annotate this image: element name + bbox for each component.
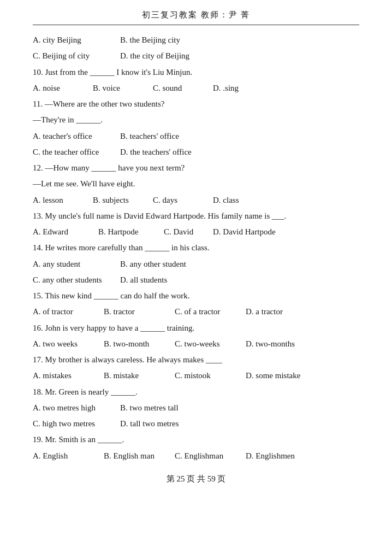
option-item: D. tall two metres [120, 416, 207, 431]
option-item: B. two metres tall [120, 401, 207, 415]
option-item: C. mistook [175, 368, 246, 383]
options-row: A. noiseB. voiceC. soundD. .sing [33, 81, 359, 95]
option-item: A. English [33, 449, 104, 463]
option-item: A. of tractor [33, 304, 104, 319]
options-row: A. EdwardB. HartpodeC. DavidD. David Har… [33, 225, 359, 239]
footer-text: 第 25 页 共 59 页 [167, 474, 226, 483]
content-line: 18. Mr. Green is nearly ______. [33, 385, 359, 399]
option-item: B. teachers' office [120, 129, 207, 143]
page: 初三复习教案 教师：尹 菁 A. city BeijingB. the Beij… [0, 0, 392, 558]
option-item: B. Hartpode [98, 225, 164, 239]
option-item: D. some mistake [246, 368, 317, 383]
option-item: D. class [213, 193, 273, 207]
header: 初三复习教案 教师：尹 菁 [33, 10, 359, 25]
option-item: A. any student [33, 257, 120, 271]
option-item: B. the Beijing city [120, 33, 207, 47]
content-line: —Let me see. We'll have eight. [33, 177, 359, 191]
option-item: D. a tractor [246, 304, 317, 319]
option-item: C. Englishman [175, 449, 246, 463]
option-item: A. mistakes [33, 368, 104, 383]
option-item: C. high two metres [33, 416, 120, 431]
content-line: —They're in ______. [33, 113, 359, 127]
options-row: C. the teacher officeD. the teachers' of… [33, 145, 359, 159]
option-item: C. two-weeks [175, 337, 246, 351]
options-row: A. EnglishB. English manC. EnglishmanD. … [33, 449, 359, 463]
option-item: C. days [153, 193, 213, 207]
content-line: 11. —Where are the other two students? [33, 97, 359, 111]
option-item: C. the teacher office [33, 145, 120, 159]
option-item: B. mistake [104, 368, 175, 383]
content-line: 16. John is very happy to have a ______ … [33, 321, 359, 335]
option-item: D. the teachers' office [120, 145, 207, 159]
option-item: D. two-months [246, 337, 317, 351]
option-item: D. all students [120, 273, 207, 287]
options-row: A. any studentB. any other student [33, 257, 359, 271]
option-item: B. tractor [104, 304, 175, 319]
header-text: 初三复习教案 教师：尹 菁 [142, 10, 251, 19]
option-item: C. David [164, 225, 213, 239]
content-line: 15. This new kind ______ can do half the… [33, 289, 359, 303]
option-item: C. any other students [33, 273, 120, 287]
option-item: A. noise [33, 81, 93, 95]
option-item: A. lesson [33, 193, 93, 207]
option-item: A. city Beijing [33, 33, 120, 47]
options-row: C. Beijing of cityD. the city of Beijing [33, 49, 359, 63]
option-item: C. sound [153, 81, 213, 95]
content-line: 10. Just from the ______ I know it's Liu… [33, 65, 359, 79]
option-item: D. David Hartpode [213, 225, 300, 239]
options-row: A. city BeijingB. the Beijing city [33, 33, 359, 47]
option-item: A. Edward [33, 225, 98, 239]
option-item: C. Beijing of city [33, 49, 120, 63]
content-line: 13. My uncle's full name is David Edward… [33, 209, 359, 223]
content-line: 12. —How many ______ have you next term? [33, 161, 359, 175]
options-row: A. lessonB. subjectsC. daysD. class [33, 193, 359, 207]
options-row: A. mistakesB. mistakeC. mistookD. some m… [33, 368, 359, 383]
option-item: A. teacher's office [33, 129, 120, 143]
option-item: B. two-month [104, 337, 175, 351]
option-item: A. two metres high [33, 401, 120, 415]
option-item: D. the city of Beijing [120, 49, 207, 63]
option-item: A. two weeks [33, 337, 104, 351]
options-row: A. two weeksB. two-monthC. two-weeksD. t… [33, 337, 359, 351]
content: A. city BeijingB. the Beijing cityC. Bei… [33, 33, 359, 463]
content-line: 19. Mr. Smith is an ______. [33, 432, 359, 447]
option-item: B. any other student [120, 257, 207, 271]
options-row: A. of tractorB. tractorC. of a tractorD.… [33, 304, 359, 319]
option-item: B. subjects [93, 193, 153, 207]
options-row: A. teacher's officeB. teachers' office [33, 129, 359, 143]
options-row: C. any other studentsD. all students [33, 273, 359, 287]
option-item: D. Englishmen [246, 449, 317, 463]
footer: 第 25 页 共 59 页 [33, 474, 359, 484]
content-line: 14. He writes more carefully than ______… [33, 240, 359, 255]
options-row: C. high two metresD. tall two metres [33, 416, 359, 431]
option-item: D. .sing [213, 81, 273, 95]
option-item: C. of a tractor [175, 304, 246, 319]
option-item: B. English man [104, 449, 175, 463]
options-row: A. two metres highB. two metres tall [33, 401, 359, 415]
content-line: 17. My brother is always careless. He al… [33, 353, 359, 367]
option-item: B. voice [93, 81, 153, 95]
